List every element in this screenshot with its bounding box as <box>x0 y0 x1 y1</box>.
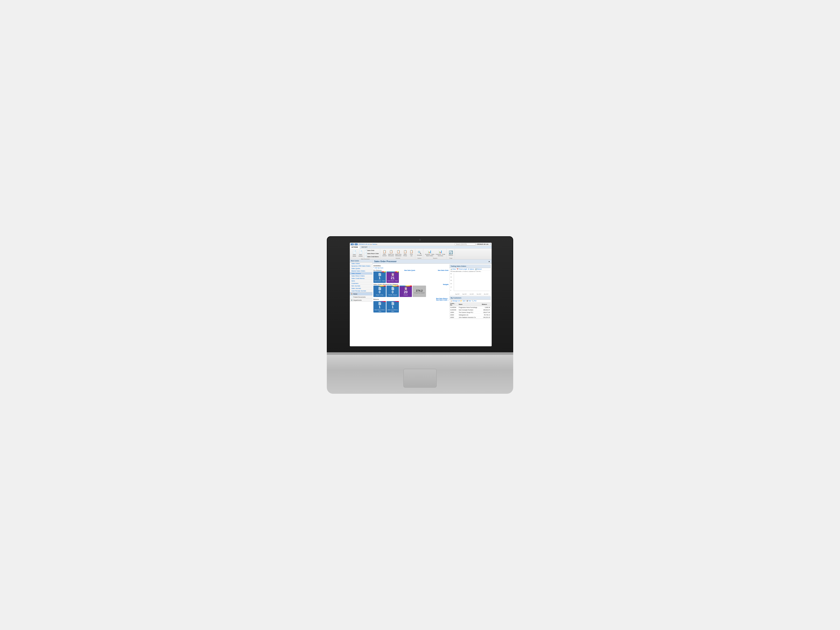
y-label-50: 50 <box>450 273 452 274</box>
price-list-button[interactable]: 📋 PriceList <box>408 249 414 256</box>
credit-memos-label: Sales Credit Memos Open <box>387 309 398 312</box>
home-label: Home <box>353 293 357 295</box>
inventory-sales-button[interactable]: 📊 Inventory - SalesBack Orders <box>425 249 435 256</box>
cust-name-3: The Cannon Group PLC <box>458 311 481 314</box>
not-shipped-label: Sales Orders Released Not Shipped Naviga… <box>373 284 448 285</box>
tab-report[interactable]: REPORT <box>360 246 369 248</box>
customers-table: Custo...No. Name Balance 01445544 <box>450 302 491 319</box>
sidebar-item-sales-quotes[interactable]: Sales Quotes <box>350 268 373 270</box>
sidebar-item-return-orders[interactable]: Sales Return Orders <box>350 275 373 277</box>
cust-name-4: Selangorian Ltd. <box>458 314 481 316</box>
credit-memos-tile[interactable]: 📄 1 Sales Credit Memos Open <box>387 301 399 312</box>
sales-price-worksheet-button[interactable]: 📋 Sales PriceWorksheet <box>395 249 402 256</box>
general-items: 📋 SalesJournal 📋 Sales LineDiscounts 📋 <box>382 249 414 257</box>
sales-quotes-open-tile[interactable]: 📄 1 Sales Quotes - Open <box>373 271 386 283</box>
chart-y-axis: 50 40 30 20 10 0 <box>450 273 452 291</box>
sidebar-item-sales-journals[interactable]: Sales Journals <box>350 287 373 290</box>
breadcrumb-company[interactable]: CRONUS UK Ltd. <box>358 244 370 245</box>
cust-no-3: 10000 <box>450 311 458 314</box>
new-document-items: 📄 SalesQuote 📄 SalesInvoice 📄 <box>351 249 379 258</box>
sales-quote-icon: 📄 <box>352 250 357 254</box>
content-body: Activities ✎ Set Up Cues For Release New… <box>373 264 492 320</box>
new-btn[interactable]: ➕ New <box>466 300 471 302</box>
partially-shipped-tile[interactable]: 📄 0 Partially Shipped <box>387 286 399 297</box>
customers-toolbar: 📋 Manage List 📂 Open ➕ New 🔍 Find <box>450 300 491 302</box>
sales-return-order-button[interactable]: 📄 Sales Return Order <box>364 252 379 255</box>
help-icon[interactable]: ? <box>490 243 491 245</box>
navigate-cue-link[interactable]: Navigate <box>443 284 448 285</box>
customer-row-1[interactable]: 01445544 Progressive Home Furnishings 2,… <box>450 306 491 309</box>
customer-order-summary-button[interactable]: 📊 Customer - OrderSummary <box>435 249 446 256</box>
returns-label: Returns New Sales Return... New Sales Cr… <box>373 298 448 301</box>
sales-orders-open-tile[interactable]: 📋 21 Sales Orders - Open <box>387 271 399 283</box>
returns-cues: 📄 1 Sales Return Orders - Open 📄 1 Sale <box>373 301 448 312</box>
navigate-button[interactable]: 🔍 Navigate <box>417 250 422 256</box>
sidebar-nav-departments[interactable]: 🏢 Departments <box>350 299 373 302</box>
trailing-sales-info: All Orders|Month|No. of Orders|. (Update… <box>450 271 491 272</box>
customer-row-4[interactable]: 20000 Selangorian Ltd. 95,730.14 <box>450 314 491 316</box>
ready-ship-icon: 📄 <box>378 287 382 290</box>
right-panel: Trailing Sales Orders 📊 Show 📅 Period Le… <box>449 264 491 319</box>
sales-line-discounts-icon: 📋 <box>389 250 393 254</box>
customer-row-5[interactable]: 30000 John Haddock Insurance Co. 349,291… <box>450 316 491 319</box>
sales-credit-memo-button[interactable]: 📄 Sales Credit Memo <box>364 255 379 258</box>
sidebar-item-dynamics-crm[interactable]: Dynamics CRM Sales Orders <box>350 265 373 268</box>
new-sales-quote-link[interactable]: New Sales Quote <box>404 270 415 271</box>
new-sales-credit-link[interactable]: New Sales Credit ... <box>436 299 448 301</box>
sidebar-nav-home[interactable]: 🏠 Home <box>350 293 373 296</box>
sidebar-nav-posted-documents[interactable]: 📄 Posted Documents <box>350 296 373 299</box>
tab-actions[interactable]: ACTIONS <box>350 246 360 249</box>
page-title: Sales Order Processor <box>374 260 396 263</box>
delayed-tile[interactable]: 📋 20 Delayed <box>399 286 412 297</box>
nav-back-button[interactable]: ◄ <box>351 243 354 245</box>
setup-cues-link[interactable]: ✎ Set Up Cues <box>373 267 383 269</box>
cust-no-2: 01454545 <box>450 309 458 311</box>
customer-order-summary-icon: 📊 <box>439 250 442 254</box>
returns-status-bar <box>373 301 386 302</box>
sales-order-button[interactable]: 📄 Sales Order <box>364 249 379 252</box>
sidebar-item-cash-receipts[interactable]: Cash Receipt Journals <box>350 290 373 292</box>
trailing-sales-panel: Trailing Sales Orders 📊 Show 📅 Period Le… <box>449 264 491 295</box>
ready-to-ship-tile[interactable]: 📄 0 Ready To Ship <box>373 286 386 297</box>
return-orders-tile[interactable]: 📄 1 Sales Return Orders - Open <box>373 301 386 312</box>
price-list-icon: 📋 <box>409 250 414 254</box>
sidebar-item-sales-orders[interactable]: Sales Orders <box>350 262 373 265</box>
toolbar-options[interactable]: ⚙ Options <box>468 268 474 270</box>
laptop-touchpad[interactable] <box>403 369 437 388</box>
sidebar-item-credit-memos[interactable]: Sales Credit Memos <box>350 277 373 280</box>
toolbar-period[interactable]: 📅 Period Length <box>457 268 467 270</box>
sales-orders-icon: 📋 <box>391 273 395 276</box>
sidebar-item-customers[interactable]: Customers <box>350 282 373 285</box>
new-sales-return-link[interactable]: New Sales Return... <box>436 298 448 299</box>
collapse-icon[interactable]: ▲ <box>488 261 490 262</box>
page-items: 🔄 Refresh <box>448 249 454 257</box>
navigate-label: Navigate <box>417 255 422 256</box>
avg-days-label: Average Days Delayed <box>414 292 425 293</box>
search-input[interactable] <box>455 243 475 245</box>
customer-row-3[interactable]: 10000 The Cannon Group PLC 168,677.80 <box>450 311 491 314</box>
toolbar-refresh[interactable]: 🔄 Refresh <box>475 268 482 270</box>
history-group-label: History <box>417 257 422 259</box>
nav-forward-button[interactable]: ► <box>355 243 358 245</box>
left-panel: Activities ✎ Set Up Cues For Release New… <box>373 264 448 319</box>
screen-content: ◄ ► CRONUS UK Ltd. ► Home ▸ CRONUS UK Lt… <box>350 243 492 346</box>
partial-ship-label: Partially Shipped <box>388 294 397 296</box>
sales-invoice-button[interactable]: 📄 SalesInvoice <box>358 250 363 257</box>
sidebar-item-blanket-orders[interactable]: Blanket Sales Orders <box>350 270 373 272</box>
sidebar-item-items[interactable]: Items <box>350 280 373 282</box>
sidebar-item-item-journals[interactable]: Item Journals <box>350 285 373 287</box>
find-btn[interactable]: 🔍 Find <box>472 300 476 302</box>
sales-line-discounts-button[interactable]: 📋 Sales LineDiscounts <box>388 249 394 256</box>
sales-quote-button[interactable]: 📄 SalesQuote <box>351 250 357 257</box>
sales-prices-button[interactable]: 📋 SalesPrices <box>402 249 408 256</box>
manage-list-btn[interactable]: 📋 Manage List <box>450 300 460 302</box>
sales-journal-button[interactable]: 📋 SalesJournal <box>382 249 387 256</box>
sidebar-item-sales-invoices[interactable]: Sales Invoices <box>350 272 373 275</box>
ribbon-content: 📄 SalesQuote 📄 SalesInvoice 📄 <box>350 249 492 259</box>
open-btn[interactable]: 📂 Open <box>460 300 466 302</box>
customer-row-2[interactable]: 01454545 New Concepts Furniture 398,602.… <box>450 309 491 311</box>
new-sales-order-link[interactable]: New Sales Order <box>438 270 448 271</box>
toolbar-show[interactable]: 📊 Show <box>450 268 456 270</box>
refresh-button[interactable]: 🔄 Refresh <box>448 250 454 256</box>
breadcrumb-home[interactable]: Home <box>372 244 376 245</box>
